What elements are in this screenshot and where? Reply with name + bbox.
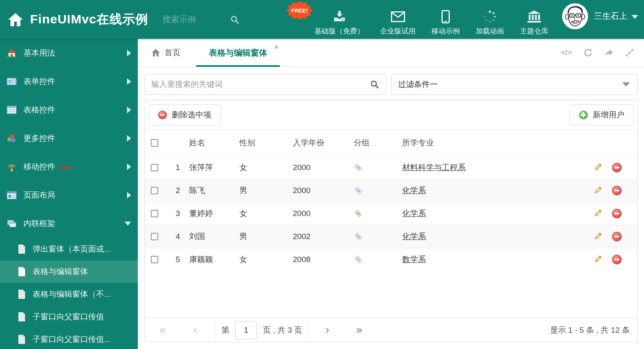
- source-code-icon[interactable]: </>: [561, 48, 572, 57]
- sidebar-subitem-grid-edit-window[interactable]: 表格与编辑窗体: [0, 260, 138, 283]
- sidebar-subitem-child-to-parent-2[interactable]: 子窗口向父窗口传值...: [0, 328, 138, 349]
- sidebar-subitem-child-to-parent[interactable]: 子窗口向父窗口传值: [0, 306, 138, 328]
- previous-page-button[interactable]: ‹: [193, 324, 198, 336]
- users-table: 姓名 性别 入学年份 分组 所学专业 1 张萍萍: [145, 130, 637, 271]
- filter-dropdown[interactable]: 过滤条件一: [391, 74, 638, 95]
- app-header: FineUIMvc在线示例 FREE!: [0, 0, 644, 39]
- row-index: 2: [164, 179, 182, 202]
- table-row[interactable]: 3 董婷婷 女 2000 化学系: [145, 202, 637, 225]
- sidebar-item-mobile-controls[interactable]: 移动控件 Corp.: [0, 153, 138, 181]
- first-page-button[interactable]: «: [159, 324, 166, 336]
- delete-row-icon[interactable]: [612, 232, 622, 242]
- sidebar-item-label: 表单控件: [23, 76, 55, 87]
- sidebar-item-page-layout[interactable]: 页面布局: [0, 181, 138, 209]
- delete-selected-button[interactable]: 删除选中项: [149, 104, 221, 125]
- sidebar-subitem-grid-edit-window-2[interactable]: 表格与编辑窗体（不...: [0, 283, 138, 306]
- brand[interactable]: FineUIMvc在线示例: [0, 11, 148, 28]
- refresh-icon[interactable]: [583, 48, 593, 58]
- table-row[interactable]: 2 陈飞 男 2000 化学系: [145, 179, 637, 202]
- keyword-search-input[interactable]: [145, 80, 370, 89]
- nav-label: 主题仓库: [520, 26, 548, 36]
- row-checkbox[interactable]: [151, 187, 158, 194]
- table-row[interactable]: 4 刘国 男 2002 化学系: [145, 225, 637, 248]
- row-checkbox[interactable]: [151, 233, 158, 240]
- nav-label: 加载动画: [476, 26, 504, 36]
- header-search-input[interactable]: [162, 14, 224, 25]
- major-link[interactable]: 材料科学与工程系: [402, 163, 466, 172]
- sidebar-subitem-popup-window[interactable]: 弹出窗体（本页面或...: [0, 238, 138, 260]
- major-link[interactable]: 化学系: [402, 186, 426, 195]
- chevron-right-icon: [127, 135, 131, 142]
- search-icon[interactable]: [370, 80, 379, 89]
- nav-mobile-demo[interactable]: 移动示例: [431, 3, 460, 36]
- nav-basic-version[interactable]: 基础版（免费）: [314, 3, 364, 36]
- add-user-button[interactable]: 新增用户: [570, 104, 634, 125]
- header-search[interactable]: [162, 14, 239, 25]
- column-header-name: 姓名: [182, 130, 236, 156]
- keyword-search-box: [145, 74, 386, 95]
- tab-grid-edit-window[interactable]: 表格与编辑窗体 ✕: [196, 39, 280, 66]
- expand-icon[interactable]: [625, 48, 635, 58]
- page-suffix-label: 页 , 共 3 页: [263, 325, 302, 336]
- select-all-checkbox[interactable]: [151, 139, 158, 147]
- username: 三生石上: [594, 10, 627, 22]
- row-checkbox[interactable]: [151, 256, 158, 263]
- column-header-gender: 性别: [236, 130, 289, 156]
- major-link[interactable]: 化学系: [402, 232, 426, 241]
- sidebar-item-more-controls[interactable]: 更多控件: [0, 124, 138, 153]
- row-checkbox[interactable]: [151, 164, 158, 171]
- tag-icon: [354, 163, 363, 172]
- sidebar-item-form-controls[interactable]: 表单控件: [0, 67, 138, 96]
- chevron-right-icon: [127, 50, 131, 56]
- cell-name: 康颖颖: [182, 248, 236, 271]
- chevron-right-icon: [127, 192, 131, 199]
- search-icon[interactable]: [230, 15, 239, 24]
- page-number-input[interactable]: [235, 321, 257, 339]
- row-index: 1: [164, 156, 182, 179]
- next-page-button[interactable]: ›: [325, 324, 330, 336]
- table-row[interactable]: 1 张萍萍 女 2000 材料科学与工程系: [145, 156, 637, 179]
- major-link[interactable]: 数学系: [402, 255, 426, 264]
- share-arrow-icon[interactable]: [604, 48, 614, 58]
- corp-badge: Corp.: [58, 164, 74, 171]
- major-link[interactable]: 化学系: [402, 209, 426, 218]
- app-title: FineUIMvc在线示例: [30, 11, 148, 28]
- home-icon: [7, 48, 17, 58]
- delete-row-icon[interactable]: [612, 163, 622, 173]
- edit-pencil-icon[interactable]: [593, 186, 603, 196]
- edit-pencil-icon[interactable]: [593, 232, 603, 242]
- edit-pencil-icon[interactable]: [593, 163, 603, 173]
- sidebar-item-grid-controls[interactable]: 表格控件: [0, 96, 138, 124]
- sidebar-item-inline-frames[interactable]: 内联框架: [0, 209, 138, 238]
- row-index: 5: [164, 248, 182, 271]
- row-index: 3: [164, 202, 182, 225]
- tab-label: 首页: [165, 47, 180, 58]
- tab-bar: 首页 表格与编辑窗体 ✕ </>: [138, 39, 644, 67]
- avatar: [562, 3, 588, 29]
- delete-row-icon[interactable]: [612, 186, 622, 196]
- close-icon[interactable]: ✕: [274, 44, 279, 50]
- file-icon: [18, 267, 26, 277]
- edit-pencil-icon[interactable]: [593, 209, 603, 219]
- file-icon: [18, 289, 26, 299]
- user-menu[interactable]: 三生石上: [562, 3, 638, 29]
- nav-enterprise-trial[interactable]: 企业版试用: [380, 3, 416, 36]
- delete-row-icon[interactable]: [612, 255, 622, 265]
- cell-gender: 女: [236, 156, 289, 179]
- row-checkbox[interactable]: [151, 210, 158, 217]
- tab-home[interactable]: 首页: [145, 39, 186, 66]
- delete-row-icon[interactable]: [612, 209, 622, 219]
- sidebar-item-label: 内联框架: [23, 218, 55, 229]
- last-page-button[interactable]: »: [356, 324, 363, 336]
- table-row[interactable]: 5 康颖颖 女 2008 数学系: [145, 248, 637, 271]
- column-header-year: 入学年份: [289, 130, 350, 156]
- nav-loading-animation[interactable]: 加载动画: [476, 3, 504, 36]
- nav-theme-store[interactable]: 主题仓库: [520, 3, 548, 36]
- edit-pencil-icon[interactable]: [593, 255, 603, 265]
- frames-icon: [7, 219, 17, 229]
- sidebar-item-basic-usage[interactable]: 基本用法: [0, 39, 138, 67]
- cell-name: 陈飞: [182, 179, 236, 202]
- grid-icon: [7, 105, 17, 115]
- tab-toolbar: </>: [550, 39, 644, 66]
- cell-gender: 女: [236, 248, 289, 271]
